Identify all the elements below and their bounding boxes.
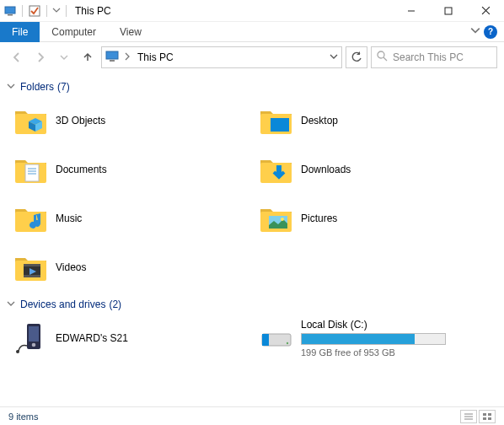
- svg-rect-13: [271, 118, 289, 132]
- forward-button[interactable]: [30, 46, 51, 68]
- svg-rect-34: [262, 334, 269, 346]
- tab-file[interactable]: File: [0, 22, 40, 42]
- tab-view[interactable]: View: [108, 22, 153, 42]
- item-label: Documents: [56, 164, 107, 175]
- quick-access-toolbar: [3, 4, 70, 18]
- folder-pictures[interactable]: Pictures: [252, 196, 497, 241]
- search-icon: [377, 51, 388, 64]
- section-drives-header[interactable]: Devices and drives (2): [0, 290, 504, 315]
- 3d-objects-icon: [13, 103, 49, 138]
- search-box[interactable]: Search This PC: [371, 46, 497, 68]
- svg-rect-8: [110, 60, 115, 62]
- chevron-down-icon: [7, 299, 17, 310]
- refresh-button[interactable]: [346, 46, 367, 68]
- svg-rect-30: [29, 326, 39, 342]
- desktop-icon: [259, 103, 294, 138]
- tab-computer[interactable]: Computer: [40, 22, 108, 42]
- section-label: Folders: [20, 81, 54, 93]
- navigation-bar: This PC Search This PC: [0, 42, 504, 73]
- address-dropdown-icon[interactable]: [330, 51, 338, 63]
- svg-point-35: [287, 342, 288, 344]
- chevron-right-icon[interactable]: [124, 51, 131, 63]
- drives-grid: EDWARD's S21 Local Disk (C:) 199 GB free…: [0, 315, 504, 361]
- svg-rect-7: [106, 51, 118, 59]
- section-count: (2): [109, 299, 121, 310]
- svg-rect-28: [24, 275, 40, 277]
- item-label: 3D Objects: [56, 115, 105, 126]
- help-button[interactable]: ?: [484, 25, 497, 39]
- item-label: Local Disk (C:): [301, 319, 446, 331]
- videos-icon: [13, 250, 49, 285]
- view-details-button[interactable]: [460, 410, 477, 423]
- qat-dropdown-icon[interactable]: [52, 5, 61, 17]
- music-icon: [13, 201, 49, 236]
- address-bar[interactable]: This PC: [101, 46, 342, 68]
- folder-videos[interactable]: Videos: [7, 245, 252, 290]
- svg-rect-41: [483, 417, 486, 420]
- section-count: (7): [57, 81, 70, 93]
- up-button[interactable]: [78, 46, 98, 68]
- item-label: Pictures: [301, 212, 337, 224]
- svg-line-10: [383, 57, 387, 61]
- svg-rect-4: [445, 8, 452, 14]
- svg-rect-40: [488, 413, 491, 416]
- folder-documents[interactable]: Documents: [7, 147, 252, 192]
- item-label: Desktop: [301, 115, 338, 126]
- chevron-down-icon: [7, 81, 17, 93]
- breadcrumb-this-pc[interactable]: This PC: [134, 51, 177, 63]
- search-placeholder: Search This PC: [393, 51, 464, 63]
- folder-3d-objects[interactable]: 3D Objects: [7, 98, 252, 143]
- storage-subtext: 199 GB free of 953 GB: [301, 347, 446, 358]
- ribbon-tabs: File Computer View ?: [0, 22, 504, 42]
- folders-grid: 3D Objects Desktop Documents: [0, 98, 504, 290]
- section-label: Devices and drives: [20, 299, 105, 310]
- item-label: Music: [56, 212, 82, 224]
- device-local-disk[interactable]: Local Disk (C:) 199 GB free of 953 GB: [252, 315, 497, 361]
- minimize-button[interactable]: [393, 0, 430, 22]
- window-controls: [393, 0, 504, 22]
- pictures-icon: [259, 201, 294, 236]
- downloads-icon: [259, 152, 294, 187]
- device-phone[interactable]: EDWARD's S21: [7, 315, 252, 361]
- svg-rect-0: [5, 7, 15, 13]
- section-folders-header[interactable]: Folders (7): [0, 73, 504, 98]
- item-label: Downloads: [301, 164, 351, 175]
- svg-rect-42: [488, 417, 491, 420]
- svg-rect-27: [24, 264, 40, 266]
- recent-locations-icon[interactable]: [54, 46, 74, 68]
- folder-desktop[interactable]: Desktop: [252, 98, 497, 143]
- ribbon-expand-icon[interactable]: [470, 25, 480, 38]
- status-text: 9 items: [8, 412, 38, 422]
- properties-icon[interactable]: [28, 4, 41, 18]
- svg-rect-20: [276, 165, 281, 174]
- status-bar: 9 items: [0, 406, 504, 425]
- svg-point-9: [378, 51, 384, 58]
- svg-point-32: [16, 350, 19, 353]
- window-title: This PC: [75, 5, 111, 17]
- svg-point-24: [281, 218, 284, 221]
- item-label: Videos: [56, 261, 86, 273]
- svg-rect-2: [29, 6, 40, 16]
- view-icons-button[interactable]: [479, 410, 496, 423]
- this-pc-icon: [3, 4, 17, 18]
- storage-bar: [301, 333, 446, 345]
- titlebar: This PC: [0, 0, 504, 22]
- folder-music[interactable]: Music: [7, 196, 252, 241]
- maximize-button[interactable]: [430, 0, 467, 22]
- svg-rect-21: [15, 212, 46, 232]
- svg-rect-1: [8, 14, 13, 16]
- drive-icon: [259, 320, 294, 356]
- back-button[interactable]: [7, 46, 27, 68]
- this-pc-icon: [105, 51, 121, 65]
- svg-point-31: [32, 343, 36, 347]
- item-label: EDWARD's S21: [56, 332, 128, 344]
- folder-downloads[interactable]: Downloads: [252, 147, 497, 192]
- svg-rect-15: [25, 164, 39, 181]
- phone-icon: [13, 320, 49, 356]
- close-button[interactable]: [467, 0, 504, 22]
- documents-icon: [13, 152, 49, 187]
- svg-rect-39: [483, 413, 486, 416]
